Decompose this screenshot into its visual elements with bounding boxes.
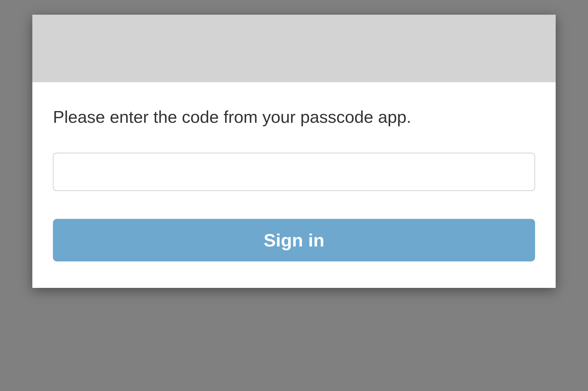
signin-button[interactable]: Sign in — [53, 219, 535, 261]
passcode-dialog: Please enter the code from your passcode… — [32, 15, 556, 288]
dialog-header — [32, 15, 556, 82]
dialog-body: Please enter the code from your passcode… — [32, 82, 556, 288]
passcode-input[interactable] — [53, 153, 535, 191]
prompt-text: Please enter the code from your passcode… — [53, 106, 535, 128]
